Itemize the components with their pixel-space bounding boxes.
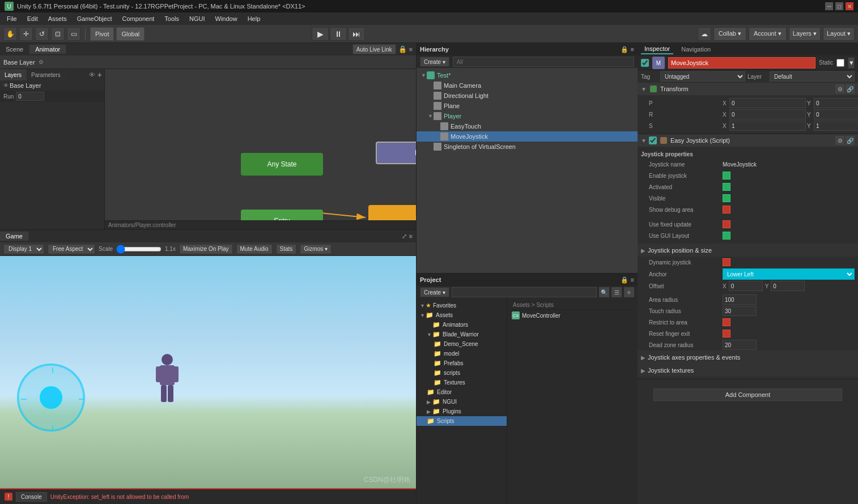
scale-slider[interactable] [116,245,162,254]
project-search-input[interactable] [452,287,597,297]
rotate-tool-button[interactable]: ↺ [35,27,49,41]
auto-live-link-button[interactable]: Auto Live Link [352,44,396,54]
add-component-button[interactable]: Add Component [653,388,842,401]
tree-item-dirlight[interactable]: Directional Light [417,91,638,101]
state-any-state[interactable]: Any State [241,153,323,176]
pivot-button[interactable]: Pivot [90,27,114,41]
menu-component[interactable]: Component [117,14,159,23]
tag-dropdown[interactable]: Untagged [660,71,745,82]
tree-item-player[interactable]: ▼ Player [417,111,638,121]
state-run[interactable]: Run [376,142,416,164]
use-gui-layout-check[interactable] [723,232,730,240]
transform-link-btn[interactable]: 🔗 [846,84,855,93]
account-button[interactable]: Account ▾ [749,27,787,41]
cloud-button[interactable]: ☁ [698,27,711,41]
show-debug-check[interactable] [723,206,730,213]
visible-check[interactable] [723,194,730,202]
anchor-dropdown[interactable]: Lower Left [723,268,855,280]
menu-window[interactable]: Window [211,14,242,23]
project-lock-icon[interactable]: 🔒 [621,276,628,284]
close-button[interactable]: ✕ [846,2,853,10]
tree-item-easytouch[interactable]: EasyTouch [417,121,638,131]
menu-file[interactable]: File [2,14,22,23]
folder-scripts[interactable]: 📁 scripts [417,368,507,378]
position-size-header[interactable]: ▶ Joystick position & size [638,244,858,257]
tree-item-scene[interactable]: ▼ Test* [417,70,638,80]
object-name-input[interactable] [668,57,815,69]
folder-ngui[interactable]: ▶ 📁 NGUI [417,397,507,407]
transform-header[interactable]: ▼ Transform ⚙ 🔗 [638,83,858,95]
layers-tab[interactable]: Layers [0,69,27,80]
restrict-area-check[interactable] [723,318,730,326]
tree-item-plane[interactable]: Plane [417,101,638,111]
game-menu-icon[interactable]: ≡ [409,233,413,240]
play-button[interactable]: ▶ [312,27,329,41]
console-tab[interactable]: Console [16,492,47,502]
base-layer-item[interactable]: 👁 Base Layer [0,80,104,91]
easy-joystick-header[interactable]: ▼ Easy Joystick (Script) ⚙ 🔗 [638,134,858,147]
step-button[interactable]: ⏭ [348,27,365,41]
layer-dropdown[interactable]: Default [770,71,855,82]
transform-settings-btn[interactable]: ⚙ [835,84,844,93]
scale-x-input[interactable] [729,121,806,131]
global-button[interactable]: Global [116,27,145,41]
gizmos-button[interactable]: Gizmos ▾ [300,244,332,254]
touch-radius-input[interactable] [723,306,757,316]
aspect-dropdown[interactable]: Free Aspect [48,244,95,254]
project-search-btn[interactable]: 🔍 [599,287,609,297]
collab-button[interactable]: Collab ▾ [713,27,746,41]
maximize-icon[interactable]: ⤢ [402,233,407,240]
dynamic-joystick-check[interactable] [723,258,730,266]
menu-assets[interactable]: Assets [44,14,71,23]
tab-game[interactable]: Game [0,232,29,241]
folder-favorites[interactable]: ▼ ★ Favorites [417,301,507,310]
tree-item-movejoystick[interactable]: MoveJoystick [417,131,638,142]
textures-header[interactable]: ▶ Joystick textures [638,364,858,377]
tree-item-maincamera[interactable]: Main Camera [417,80,638,91]
hand-tool-button[interactable]: ✋ [3,27,17,41]
reset-finger-check[interactable] [723,330,730,338]
menu-ngui[interactable]: NGUI [185,14,210,23]
pos-y-input[interactable] [814,98,858,108]
easy-joystick-enabled-checkbox[interactable] [649,136,657,144]
folder-textures[interactable]: 📁 Textures [417,378,507,387]
tab-scene[interactable]: Scene [0,45,29,54]
folder-assets[interactable]: ▼ 📁 Assets [417,310,507,320]
project-filter-btn[interactable]: ☰ [611,287,622,297]
offset-y-input[interactable] [771,281,805,291]
offset-x-input[interactable] [729,281,763,291]
layers-dropdown[interactable]: Layers ▾ [789,27,821,41]
parameters-tab[interactable]: Parameters [27,69,66,80]
tab-animator[interactable]: Animator [29,45,66,54]
add-layer-icon[interactable]: + [97,70,102,79]
folder-animators[interactable]: 📁 Animators [417,320,507,330]
folder-demo-scene[interactable]: 📁 Demo_Scene [417,339,507,349]
menu-tools[interactable]: Tools [160,14,184,23]
tab-inspector[interactable]: Inspector [641,44,673,54]
use-fixed-update-check[interactable] [723,220,730,228]
activated-check[interactable] [723,183,730,191]
pos-x-input[interactable] [729,98,806,108]
hierarchy-search-input[interactable] [453,57,634,67]
folder-prefabs[interactable]: 📁 Prefabs [417,358,507,368]
folder-scripts-root[interactable]: 📁 Scripts [417,416,507,426]
display-dropdown[interactable]: Display 1 [3,244,44,254]
scale-tool-button[interactable]: ⊡ [51,27,65,41]
rot-x-input[interactable] [729,109,806,119]
run-param-input[interactable] [16,92,44,101]
static-checkbox[interactable] [836,59,844,67]
pause-button[interactable]: ⏸ [330,27,347,41]
easy-joystick-link-btn[interactable]: 🔗 [846,136,855,145]
asset-movecontroller[interactable]: C# MoveController [509,310,635,321]
stats-button[interactable]: Stats [276,244,297,254]
hierarchy-create-button[interactable]: Create ▾ [420,57,449,67]
animator-graph[interactable]: Any State Entry Run Idle [105,69,416,229]
menu-edit[interactable]: Edit [23,14,43,23]
rot-y-input[interactable] [814,109,858,119]
hierarchy-lock-icon[interactable]: 🔒 [621,46,628,53]
project-create-button[interactable]: Create ▾ [420,287,449,297]
menu-gameobject[interactable]: GameObject [73,14,117,23]
easy-joystick-settings-btn[interactable]: ⚙ [835,136,844,145]
mute-audio-button[interactable]: Mute Audio [236,244,273,254]
static-dropdown-button[interactable]: ▾ [848,57,855,69]
